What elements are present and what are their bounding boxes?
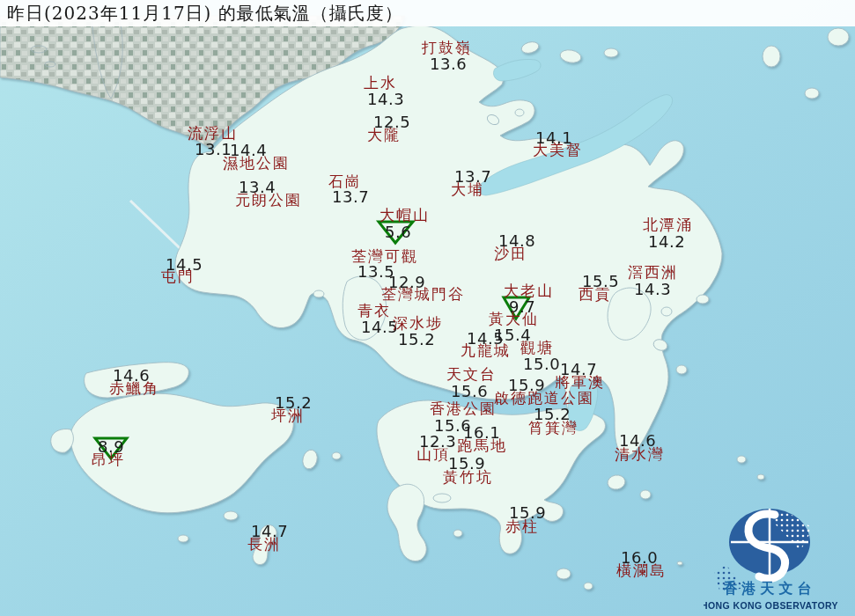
ninepin-islet [757,474,764,480]
islet [332,452,341,459]
mirs-bay-islet [828,28,849,46]
port-shelter-islet [676,365,687,374]
mirs-bay-islet [763,46,780,67]
port-shelter-islet [661,307,672,316]
soko-islet [224,511,238,520]
mirs-bay-islet [805,88,819,99]
hko-logo: 香港天文台 HONG KONG OBSERVATORY [704,505,844,616]
mirs-bay-islet [604,48,618,57]
soko-islet [178,535,188,542]
islet [453,530,462,537]
islet [640,490,651,499]
deep-bay-islet [31,46,47,53]
hko-logo-name-en: HONG KONG OBSERVATORY [704,600,838,611]
ma-wan-island [313,290,324,297]
tolo-islet [515,109,524,116]
islet [584,583,593,590]
port-shelter-islet [697,295,709,304]
po-toi-island [556,568,571,579]
waglan-islet [677,561,682,565]
hko-logo-name-zh: 香港天文台 [723,580,816,597]
islet [288,408,299,417]
ninepin-islet [737,456,746,463]
weather-map-screenshot: 打鼓嶺13.6上水14.3大隴12.5大美督14.1流浮山13.1濕地公園14.… [0,0,855,616]
ap-lei-chau-island [433,494,451,502]
deep-bay-islet [45,62,55,67]
title-bar: 昨日(2023年11月17日) 的最低氣溫（攝氏度） [0,0,855,26]
port-shelter-islet [665,269,674,276]
page-title: 昨日(2023年11月17日) 的最低氣溫（攝氏度） [7,2,403,26]
